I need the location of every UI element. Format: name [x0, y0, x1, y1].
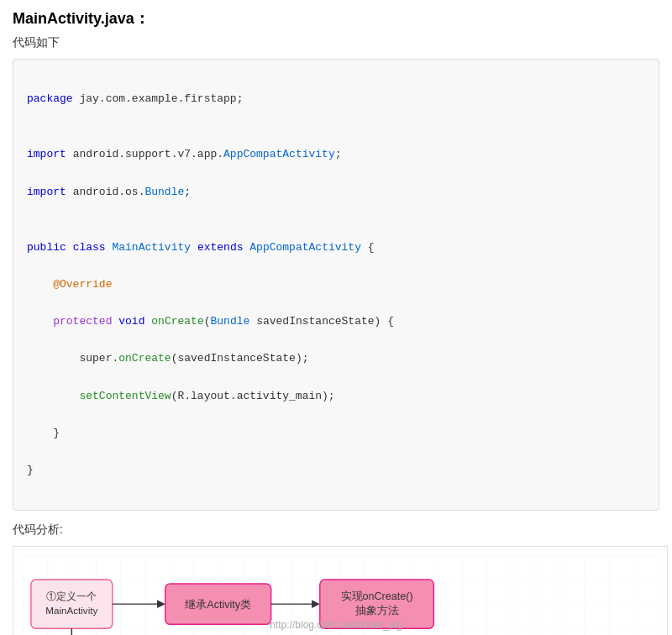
analysis-label: 代码分析:	[13, 522, 659, 538]
svg-text:抽象方法: 抽象方法	[355, 604, 399, 617]
node-2-text: 继承Activity类	[185, 599, 251, 611]
node-1-text: ①定义一个	[46, 590, 97, 601]
watermark: http://blog.csdn.net/coder_pig	[270, 619, 402, 631]
node-3-text: 实现onCreate()	[341, 590, 413, 602]
page-title: MainActivity.java：	[13, 8, 659, 29]
subtitle: 代码如下	[13, 35, 659, 50]
code-block: package jay.com.example.firstapp; import…	[13, 59, 659, 511]
svg-text:MainActivity: MainActivity	[45, 605, 97, 616]
